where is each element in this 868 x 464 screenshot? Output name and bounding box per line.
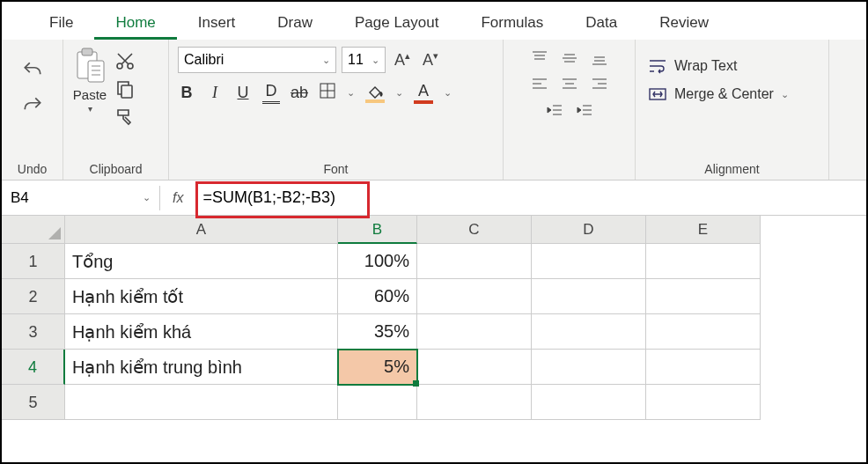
double-underline-button[interactable]: D	[262, 82, 280, 104]
cell[interactable]	[417, 385, 532, 420]
font-size-select[interactable]: 11⌄	[342, 47, 386, 73]
row-header[interactable]: 4	[2, 350, 65, 385]
align-top-icon[interactable]	[531, 50, 548, 66]
menu-tabs: File Home Insert Draw Page Layout Formul…	[2, 2, 866, 40]
cell[interactable]	[532, 314, 646, 350]
col-header-C[interactable]: C	[417, 216, 532, 244]
col-header-D[interactable]: D	[532, 216, 646, 244]
cell[interactable]: 100%	[338, 244, 417, 279]
increase-font-icon[interactable]: A▴	[391, 50, 414, 70]
cell[interactable]	[646, 350, 761, 385]
cell[interactable]: 60%	[338, 279, 417, 314]
strikethrough-button[interactable]: ab	[291, 84, 308, 102]
redo-icon[interactable]	[20, 94, 45, 117]
align-center-icon[interactable]	[561, 77, 578, 92]
align-left-icon[interactable]	[531, 77, 548, 92]
cell[interactable]	[646, 279, 761, 314]
cell[interactable]: 35%	[338, 314, 417, 350]
table-row: 5	[2, 385, 866, 420]
align-middle-icon[interactable]	[561, 50, 578, 66]
table-row: 2 Hạnh kiểm tốt 60%	[2, 279, 866, 314]
row-header[interactable]: 1	[2, 244, 65, 279]
font-group-label: Font	[178, 158, 494, 176]
ribbon: Undo Paste ▾ Clipboard Calibri⌄ 11⌄ A▴ A…	[2, 40, 866, 180]
wrap-text-button[interactable]: Wrap Text	[644, 52, 820, 80]
fill-color-button[interactable]	[365, 84, 385, 103]
col-header-E[interactable]: E	[646, 216, 761, 244]
tab-home[interactable]: Home	[94, 9, 176, 40]
fx-icon[interactable]: fx	[160, 190, 195, 206]
paste-button[interactable]: Paste ▾	[72, 47, 107, 114]
formula-bar: B4⌄ fx =SUM(B1;-B2;-B3)	[2, 180, 866, 216]
undo-group-label: Undo	[18, 158, 47, 176]
bold-button[interactable]: B	[178, 84, 195, 102]
row-header[interactable]: 3	[2, 314, 65, 350]
align-bottom-icon[interactable]	[591, 50, 608, 66]
formula-input[interactable]: =SUM(B1;-B2;-B3)	[195, 185, 866, 210]
underline-button[interactable]: U	[234, 84, 252, 102]
cell[interactable]	[338, 385, 417, 420]
cell[interactable]	[532, 244, 646, 279]
select-all-corner[interactable]	[2, 216, 65, 244]
cell[interactable]	[417, 279, 532, 314]
decrease-font-icon[interactable]: A▾	[419, 50, 442, 70]
col-header-A[interactable]: A	[65, 216, 338, 244]
cell[interactable]	[65, 385, 338, 420]
tab-data[interactable]: Data	[564, 9, 638, 40]
name-box[interactable]: B4⌄	[2, 186, 160, 210]
cut-icon[interactable]	[114, 50, 136, 71]
increase-indent-icon[interactable]	[576, 103, 593, 119]
active-cell[interactable]: 5%	[338, 350, 417, 385]
tab-insert[interactable]: Insert	[177, 9, 257, 40]
decrease-indent-icon[interactable]	[546, 103, 563, 119]
svg-rect-8	[121, 85, 132, 98]
cell[interactable]	[646, 314, 761, 350]
cell[interactable]	[646, 385, 761, 420]
cell[interactable]: Tổng	[65, 244, 338, 279]
table-row: 4 Hạnh kiểm trung bình 5%	[2, 350, 866, 385]
cell[interactable]	[532, 350, 646, 385]
table-row: 1 Tổng 100%	[2, 244, 866, 279]
chevron-down-icon[interactable]: ▾	[88, 104, 92, 114]
svg-rect-2	[88, 61, 104, 82]
cell[interactable]: Hạnh kiểm khá	[65, 314, 338, 350]
col-header-B[interactable]: B	[338, 216, 417, 244]
cell[interactable]	[532, 385, 646, 420]
font-name-select[interactable]: Calibri⌄	[178, 47, 336, 73]
cell[interactable]	[417, 314, 532, 350]
chevron-down-icon[interactable]: ⌄	[781, 89, 789, 100]
merge-center-button[interactable]: Merge & Center ⌄	[644, 80, 820, 108]
spreadsheet-grid: A B C D E 1 Tổng 100% 2 Hạnh kiểm tốt 60…	[2, 216, 866, 420]
tab-file[interactable]: File	[28, 9, 94, 40]
tab-draw[interactable]: Draw	[256, 9, 334, 40]
font-color-button[interactable]: A	[414, 82, 433, 104]
cell[interactable]: Hạnh kiểm tốt	[65, 279, 338, 314]
copy-icon[interactable]	[114, 78, 136, 99]
format-painter-icon[interactable]	[114, 107, 136, 128]
border-button[interactable]	[319, 83, 336, 103]
clipboard-group-label: Clipboard	[72, 158, 159, 176]
cell[interactable]	[532, 279, 646, 314]
cell[interactable]	[646, 244, 761, 279]
cell[interactable]: Hạnh kiểm trung bình	[65, 350, 338, 385]
table-row: 3 Hạnh kiểm khá 35%	[2, 314, 866, 350]
cell[interactable]	[417, 350, 532, 385]
row-header[interactable]: 2	[2, 279, 65, 314]
undo-icon[interactable]	[20, 59, 45, 82]
align-right-icon[interactable]	[591, 77, 608, 92]
tab-pagelayout[interactable]: Page Layout	[334, 9, 460, 40]
tab-review[interactable]: Review	[638, 9, 730, 40]
row-header[interactable]: 5	[2, 385, 65, 420]
svg-rect-1	[82, 48, 92, 55]
tab-formulas[interactable]: Formulas	[460, 9, 564, 40]
alignment-group-label: Alignment	[644, 158, 820, 176]
italic-button[interactable]: I	[206, 84, 224, 102]
cell[interactable]	[417, 244, 532, 279]
